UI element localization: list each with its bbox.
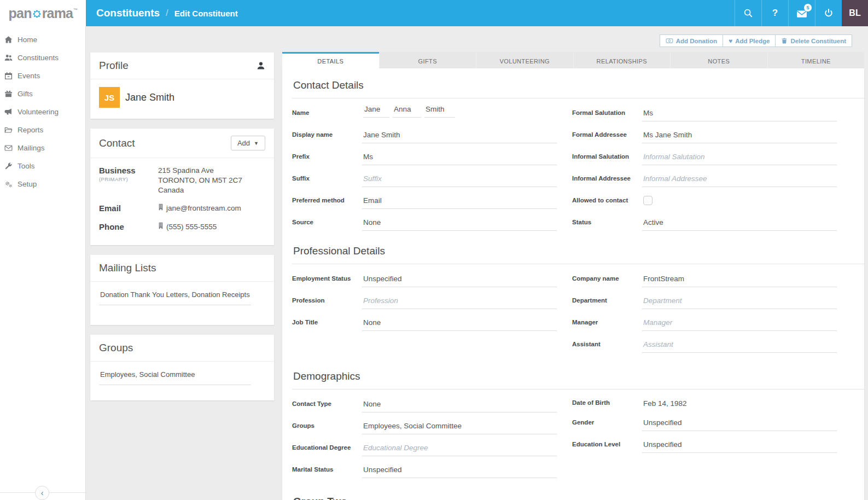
educational-degree-input[interactable]: Educational Degree — [362, 444, 557, 456]
employment-status-select[interactable]: Unspecified — [362, 275, 557, 287]
sidebar-collapse-button[interactable]: ‹ — [35, 486, 49, 500]
add-donation-label: Add Donation — [676, 38, 717, 44]
middle-name-input[interactable]: Anna — [393, 105, 421, 118]
first-name-input[interactable]: Jane — [363, 105, 389, 118]
marital-status-label: Marital Status — [292, 466, 362, 478]
sidebar-item-volunteering[interactable]: Volunteering — [0, 103, 85, 121]
department-input[interactable]: Department — [642, 296, 837, 309]
groups-input[interactable]: Employees, Social Committee — [362, 422, 557, 434]
logout-button[interactable] — [815, 0, 842, 26]
sidebar-item-setup[interactable]: Setup — [0, 175, 85, 193]
groups-value[interactable]: Employees, Social Committee — [99, 369, 251, 385]
status-select[interactable]: Active — [642, 218, 837, 231]
contact-business-label: Business — [99, 166, 158, 175]
users-icon — [4, 54, 13, 62]
envelope-icon — [4, 144, 13, 152]
contact-phone-value: (555) 555-5555 — [166, 222, 217, 232]
search-button[interactable] — [735, 0, 761, 26]
delete-constituent-label: Delete Constituent — [790, 38, 846, 44]
job-title-select[interactable]: None — [362, 318, 557, 331]
mailing-lists-value[interactable]: Donation Thank You Letters, Donation Rec… — [99, 289, 251, 305]
sidebar-item-label: Reports — [18, 126, 43, 134]
address-line-1: 215 Spadina Ave — [158, 166, 265, 176]
gender-select[interactable]: Unspecified — [642, 418, 837, 431]
help-button[interactable]: ? — [761, 0, 788, 26]
contact-type-label: Contact Type — [292, 400, 362, 412]
sidebar-item-reports[interactable]: Reports — [0, 121, 85, 139]
sidebar-item-tools[interactable]: Tools — [0, 157, 85, 175]
power-icon — [824, 8, 834, 18]
assistant-label: Assistant — [572, 341, 642, 353]
prefix-input[interactable]: Ms — [362, 153, 557, 165]
contact-card: Contact Add ▼ Business (PRIMARY) 215 Spa… — [90, 129, 274, 245]
person-icon[interactable] — [257, 61, 265, 70]
informal-addressee-input[interactable]: Informal Addressee — [642, 175, 837, 187]
contact-add-label: Add — [237, 139, 250, 147]
gift-icon — [4, 90, 13, 98]
marital-status-select[interactable]: Unspecified — [362, 466, 557, 478]
banknote-icon — [666, 37, 673, 44]
informal-salutation-input[interactable]: Informal Salutation — [642, 153, 837, 165]
sidebar-item-label: Mailings — [18, 144, 45, 152]
messages-button[interactable]: 5 — [788, 0, 815, 26]
company-name-input[interactable]: FrontStream — [642, 275, 837, 287]
add-pledge-button[interactable]: ♥ Add Pledge — [723, 34, 776, 47]
demographics-heading: Demographics — [292, 370, 864, 389]
status-label: Status — [572, 219, 642, 231]
contact-email-label: Email — [99, 204, 158, 213]
chevron-left-icon: ‹ — [41, 489, 44, 497]
logo-text-post: rama — [42, 5, 73, 21]
breadcrumb-section[interactable]: Constituents — [96, 7, 160, 19]
allowed-to-contact-checkbox[interactable] — [643, 196, 653, 205]
logo-trademark: ™ — [73, 8, 77, 13]
home-icon — [4, 36, 13, 44]
sidebar-item-events[interactable]: Events — [0, 67, 85, 85]
assistant-input[interactable]: Assistant — [642, 340, 837, 353]
breadcrumb-page: Edit Constituent — [174, 9, 238, 18]
sidebar-item-mailings[interactable]: Mailings — [0, 139, 85, 157]
caret-down-icon: ▼ — [254, 141, 259, 146]
last-name-input[interactable]: Smith — [424, 105, 455, 118]
user-avatar[interactable]: BL — [842, 0, 868, 26]
tab-volunteering[interactable]: VOLUNTEERING — [476, 52, 573, 68]
tab-notes[interactable]: NOTES — [670, 52, 767, 68]
preferred-method-select[interactable]: Email — [362, 196, 557, 209]
education-level-select[interactable]: Unspecified — [642, 440, 837, 453]
mailing-lists-card: Mailing Lists Donation Thank You Letters… — [90, 255, 274, 325]
groups-title: Groups — [99, 342, 133, 354]
add-donation-button[interactable]: Add Donation — [660, 34, 723, 47]
contact-type-select[interactable]: None — [362, 400, 557, 412]
education-level-label: Education Level — [572, 441, 642, 453]
display-name-input[interactable]: Jane Smith — [362, 131, 557, 143]
sidebar-item-gifts[interactable]: Gifts — [0, 85, 85, 103]
date-of-birth-input[interactable]: Feb 14, 1982 — [642, 399, 837, 411]
action-bar: Add Donation ♥ Add Pledge Delete Constit… — [660, 34, 852, 47]
tab-relationships[interactable]: RELATIONSHIPS — [573, 52, 671, 68]
app-logo[interactable]: pan rama ™ — [0, 0, 86, 26]
preferred-method-label: Preferred method — [292, 197, 362, 209]
profession-input[interactable]: Profession — [362, 296, 557, 309]
sidebar-item-home[interactable]: Home — [0, 31, 85, 49]
source-select[interactable]: None — [362, 218, 557, 231]
sidebar-item-label: Home — [18, 36, 37, 44]
sidebar-item-label: Constituents — [18, 54, 59, 62]
contact-email-value[interactable]: jane@frontstream.com — [166, 204, 241, 213]
formal-addressee-input[interactable]: Ms Jane Smith — [642, 131, 837, 143]
delete-constituent-button[interactable]: Delete Constituent — [775, 34, 852, 47]
demographics-section: Demographics Contact Type None Groups Em… — [292, 370, 837, 478]
breadcrumb: Constituents / Edit Constituent — [86, 0, 735, 26]
suffix-input[interactable]: Suffix — [362, 175, 557, 187]
heart-icon: ♥ — [729, 38, 732, 44]
contact-add-button[interactable]: Add ▼ — [231, 136, 265, 150]
tab-details[interactable]: DETAILS — [282, 52, 379, 68]
manager-input[interactable]: Manager — [642, 318, 837, 331]
formal-salutation-input[interactable]: Ms — [642, 109, 837, 121]
avatar: JS — [99, 87, 120, 108]
contact-primary-tag: (PRIMARY) — [99, 176, 158, 182]
prefix-label: Prefix — [292, 153, 362, 165]
informal-addressee-label: Informal Addressee — [572, 175, 642, 187]
tab-timeline[interactable]: TIMELINE — [767, 52, 865, 68]
tab-gifts[interactable]: GIFTS — [379, 52, 476, 68]
display-name-label: Display name — [292, 131, 362, 143]
sidebar-item-constituents[interactable]: Constituents — [0, 49, 85, 67]
